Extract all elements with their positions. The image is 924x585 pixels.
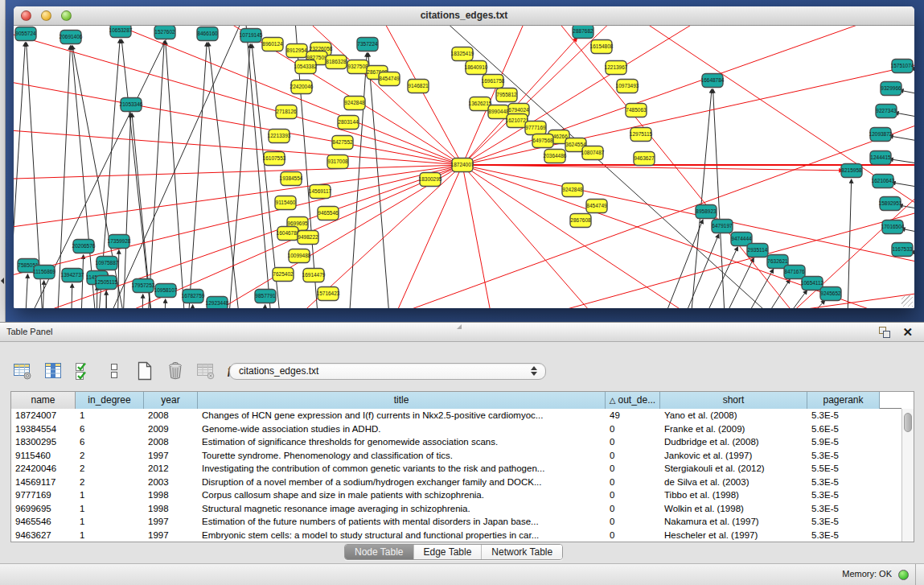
- graph-node[interactable]: 13942737: [61, 269, 84, 282]
- graph-edge[interactable]: [462, 165, 914, 291]
- graph-node[interactable]: 1527602: [154, 26, 175, 39]
- graph-edge[interactable]: [462, 26, 914, 165]
- graph-edge[interactable]: [462, 165, 914, 308]
- graph-node[interactable]: 8427552: [332, 136, 353, 150]
- graph-edge[interactable]: [462, 165, 914, 308]
- graph-node[interactable]: 16046786: [277, 227, 300, 241]
- graph-node[interactable]: 10958107: [154, 284, 178, 298]
- graph-node[interactable]: 10975887: [96, 257, 119, 270]
- graph-node[interactable]: 8186328: [326, 56, 347, 69]
- graph-edge[interactable]: [766, 290, 807, 308]
- graph-node[interactable]: 8912954: [286, 44, 307, 58]
- network-canvas[interactable]: 9055724206914061065328715276028466160107…: [14, 26, 914, 308]
- table-row[interactable]: 2242004622012Investigating the contribut…: [11, 462, 901, 476]
- graph-node[interactable]: 1244415: [870, 151, 891, 165]
- graph-edge[interactable]: [462, 165, 914, 308]
- new-file-icon[interactable]: [133, 360, 155, 382]
- graph-edge[interactable]: [462, 165, 914, 308]
- graph-edge[interactable]: [462, 165, 914, 308]
- graph-node[interactable]: 17359928: [108, 235, 131, 249]
- graph-edge[interactable]: [688, 89, 712, 308]
- graph-edge[interactable]: [71, 284, 72, 308]
- graph-node[interactable]: 6497568: [532, 134, 553, 148]
- network-selector[interactable]: citations_edges.txt: [229, 363, 546, 380]
- graph-edge[interactable]: [462, 165, 914, 298]
- graph-edge[interactable]: [462, 165, 914, 308]
- graph-edge[interactable]: [730, 270, 774, 308]
- graph-edge[interactable]: [462, 165, 843, 171]
- graph-node[interactable]: 16782759: [182, 290, 205, 303]
- column-header-name[interactable]: name: [11, 392, 76, 409]
- graph-node[interactable]: 11156869: [33, 266, 55, 279]
- graph-edge[interactable]: [14, 125, 462, 165]
- column-header-title[interactable]: title: [198, 392, 606, 409]
- show-columns-icon[interactable]: [42, 360, 64, 382]
- table-settings-icon[interactable]: [11, 360, 33, 382]
- memory-status-icon[interactable]: [898, 570, 909, 580]
- graph-node[interactable]: 10543382: [294, 60, 318, 74]
- graph-node[interactable]: 20364486: [544, 150, 567, 163]
- graph-node[interactable]: 9463627: [634, 152, 655, 166]
- graph-node[interactable]: 6479197: [712, 220, 733, 233]
- graph-node[interactable]: 14569117: [309, 185, 332, 199]
- graph-edge[interactable]: [462, 165, 914, 308]
- table-row[interactable]: 1830029562008Estimation of significance …: [11, 435, 901, 449]
- graph-edge[interactable]: [892, 183, 914, 195]
- graph-edge[interactable]: [462, 165, 914, 308]
- graph-node[interactable]: 10099488: [288, 249, 311, 263]
- column-header-pagerank[interactable]: pagerank: [807, 392, 880, 409]
- graph-edge[interactable]: [462, 165, 914, 308]
- graph-node[interactable]: 9317008: [327, 155, 348, 169]
- graph-node[interactable]: 9055724: [15, 27, 36, 41]
- graph-node[interactable]: 12923448: [206, 297, 229, 309]
- column-header-in_degree[interactable]: in_degree: [76, 392, 144, 409]
- graph-edge[interactable]: [462, 165, 499, 308]
- graph-edge[interactable]: [24, 274, 27, 308]
- graph-edge[interactable]: [462, 165, 914, 308]
- expand-panel-arrow-icon[interactable]: [1, 278, 4, 284]
- close-window-button[interactable]: [21, 10, 31, 21]
- graph-node[interactable]: 8454749: [379, 72, 400, 86]
- table-row[interactable]: 977716911998Corpus callosum shape and si…: [11, 488, 901, 502]
- graph-node[interactable]: 9329966: [881, 82, 901, 96]
- table-row[interactable]: 1456911722003Disruption of a novel membe…: [11, 476, 901, 489]
- table-row[interactable]: 911546021997Tourette syndrome. Phenomeno…: [11, 449, 901, 463]
- graph-node[interactable]: 9242848: [562, 183, 583, 197]
- graph-edge[interactable]: [462, 165, 914, 308]
- graph-edge[interactable]: [462, 165, 914, 308]
- graph-node[interactable]: 12213967: [605, 61, 628, 75]
- graph-node[interactable]: 7485063: [626, 104, 647, 117]
- citation-network-graph[interactable]: 9055724206914061065328715276028466160107…: [14, 26, 914, 308]
- float-panel-icon[interactable]: [879, 327, 890, 338]
- graph-node[interactable]: 9465546: [318, 207, 339, 220]
- graph-edge[interactable]: [462, 165, 914, 308]
- vertical-scrollbar[interactable]: [901, 409, 914, 542]
- graph-node[interactable]: 7955812: [496, 89, 517, 102]
- graph-edge[interactable]: [462, 165, 914, 302]
- graph-node[interactable]: 12093872: [869, 128, 893, 142]
- graph-edge[interactable]: [462, 165, 914, 308]
- graph-edge[interactable]: [462, 165, 914, 308]
- graph-edge[interactable]: [462, 165, 914, 308]
- graph-node[interactable]: 15892951: [879, 197, 902, 211]
- graph-node[interactable]: 2718126: [276, 105, 297, 119]
- graph-edge[interactable]: [462, 165, 914, 308]
- table-row[interactable]: 1938455462009Genome-wide association stu…: [11, 422, 901, 436]
- graph-node[interactable]: 9242848: [344, 97, 365, 110]
- graph-edge[interactable]: [227, 44, 250, 308]
- graph-node[interactable]: 8960124: [262, 38, 283, 51]
- graph-node[interactable]: 12213393: [268, 130, 291, 143]
- graph-edge[interactable]: [378, 165, 462, 308]
- graph-edge[interactable]: [462, 165, 914, 308]
- graph-node[interactable]: 10719145: [240, 29, 263, 43]
- graph-node[interactable]: 16961758: [482, 75, 505, 89]
- tab-node-table[interactable]: Node Table: [345, 545, 413, 559]
- graph-edge[interactable]: [462, 165, 914, 308]
- graph-edge[interactable]: [264, 305, 265, 308]
- minimize-window-button[interactable]: [41, 10, 51, 21]
- graph-node[interactable]: 9327508: [347, 60, 368, 74]
- graph-edge[interactable]: [462, 165, 914, 308]
- network-window[interactable]: citations_edges.txt 90557242069140610653…: [14, 6, 914, 308]
- graph-edge[interactable]: [208, 43, 243, 308]
- graph-edge[interactable]: [462, 165, 748, 308]
